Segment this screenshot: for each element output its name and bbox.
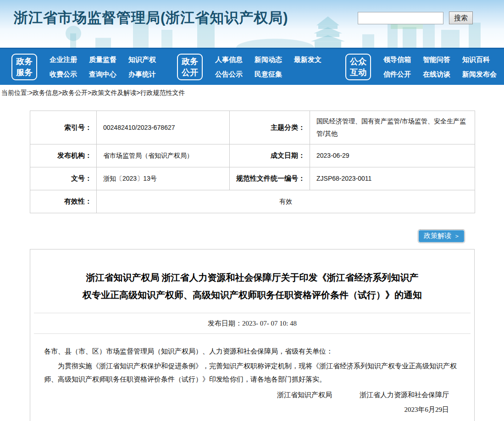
main-nav: 政务 服务 企业注册 质量监督 知识产权 收费公示 查询中心 办事统计 政务 公… (0, 48, 504, 85)
meta-label-topic-category: 主题分类： (230, 111, 310, 144)
meta-value-doc-number: 浙知〔2023〕13号 (97, 167, 230, 190)
nav-badge-line: 公开 (182, 67, 198, 78)
nav-badge-line: 公众 (350, 56, 366, 67)
signature-right: 浙江省人力资源和社会保障厅 (360, 388, 449, 402)
document-box: 浙江省知识产权局 浙江省人力资源和社会保障厅关于印发《浙江省经济系列知识产权专业… (30, 249, 475, 421)
meta-table: 索引号： 002482410/2023-678627 主题分类： 国民经济管理、… (30, 111, 475, 213)
chevron-right-icon: ＞ (454, 233, 460, 239)
meta-value-validity: 有效 (97, 190, 475, 213)
nav-item-renshi-xinxi[interactable]: 人事信息 (215, 55, 243, 64)
nav-item-minyi-zhengji[interactable]: 民意征集 (255, 70, 282, 79)
nav-menu: 企业注册 质量监督 知识产权 收费公示 查询中心 办事统计 (50, 55, 156, 79)
breadcrumb: 当前位置:>政务信息>政务公开>政策文件及解读>行政规范性文件 (0, 85, 504, 101)
publish-date-line: 发布日期：2023- 07- 07 10: 48 (30, 313, 474, 333)
nav-menu: 人事信息 新闻动态 最新发文 公告公示 民意征集 (215, 55, 321, 79)
site-title: 浙江省市场监督管理局(浙江省知识产权局) (14, 8, 288, 28)
page: 浙江省市场监督管理局(浙江省知识产权局) 搜索 政务 服务 企业注册 质量监督 … (0, 0, 504, 421)
meta-label-unified-number: 规范性文件统一编号： (230, 167, 310, 190)
meta-value-index-number: 002482410/2023-678627 (97, 111, 230, 144)
meta-label-doc-number: 文号： (30, 167, 97, 190)
nav-menu: 领导信箱 智能问答 知识百科 信件公开 在线访谈 新闻发布会 (383, 55, 497, 79)
meta-label-issue-date: 成文日期： (230, 144, 310, 167)
document-body: 各市、县（市、区）市场监督管理局（知识产权局）、人力资源和社会保障局，省级有关单… (30, 334, 474, 421)
paragraph-main: 为贯彻实施《浙江省知识产权保护和促进条例》，完善知识产权职称评定机制，现将《浙江… (44, 360, 460, 386)
meta-value-issuing-agency: 省市场监管局（省知识产权局） (97, 144, 230, 167)
table-row: 有效性： 有效 (30, 190, 475, 213)
nav-item-zhiliang-jiandu[interactable]: 质量监督 (89, 55, 116, 64)
nav-group-gongzhong-hudong: 公众 互动 领导信箱 智能问答 知识百科 信件公开 在线访谈 新闻发布会 (345, 54, 497, 80)
site-header: 浙江省市场监督管理局(浙江省知识产权局) 搜索 (0, 0, 504, 48)
nav-item-zhishi-baike[interactable]: 知识百科 (462, 55, 497, 64)
document-title: 浙江省知识产权局 浙江省人力资源和社会保障厅关于印发《浙江省经济系列知识产权专业… (30, 249, 474, 313)
publish-date-value: 2023- 07- 07 10: 48 (242, 320, 297, 327)
paragraph-salutation: 各市、县（市、区）市场监督管理局（知识产权局）、人力资源和社会保障局，省级有关单… (44, 345, 460, 358)
nav-item-xinwen-dongtai[interactable]: 新闻动态 (255, 55, 282, 64)
main-content: 索引号： 002482410/2023-678627 主题分类： 国民经济管理、… (30, 111, 475, 421)
nav-group-zhengwu-gongkai: 政务 公开 人事信息 新闻动态 最新发文 公告公示 民意征集 (177, 54, 321, 80)
publish-date-label: 发布日期： (208, 320, 242, 327)
nav-item-gonggao-gongshi[interactable]: 公告公示 (215, 70, 243, 79)
table-row: 发布机构： 省市场监管局（省知识产权局） 成文日期： 2023-06-29 (30, 144, 475, 167)
meta-value-issue-date: 2023-06-29 (310, 144, 475, 167)
search-button[interactable]: 搜索 (449, 11, 473, 24)
nav-badge-zhengwu-fuwu[interactable]: 政务 服务 (11, 54, 37, 80)
policy-button-label: 政策解读 (424, 232, 451, 239)
nav-item-lingdao-xinxiang[interactable]: 领导信箱 (383, 55, 411, 64)
signature-left: 浙江省知识产权局 (277, 388, 332, 402)
search-input[interactable] (358, 12, 443, 24)
nav-item-xinjian-gongkai[interactable]: 信件公开 (383, 70, 411, 79)
nav-item-zhineng-wenda[interactable]: 智能问答 (423, 55, 450, 64)
nav-badge-line: 政务 (16, 56, 33, 67)
nav-item-shoufei-gongshi[interactable]: 收费公示 (50, 70, 77, 79)
nav-item-banshi-tongji[interactable]: 办事统计 (128, 70, 156, 79)
nav-item-zaixian-fangtan[interactable]: 在线访谈 (423, 70, 450, 79)
nav-badge-gongzhong-hudong[interactable]: 公众 互动 (345, 54, 371, 80)
signature-date: 2023年6月29日 (44, 403, 460, 416)
nav-badge-line: 政务 (182, 56, 198, 67)
nav-item-chaxun-zhongxin[interactable]: 查询中心 (89, 70, 116, 79)
meta-label-index-number: 索引号： (30, 111, 97, 144)
meta-label-validity: 有效性： (30, 190, 97, 213)
meta-value-topic-category: 国民经济管理、国有资产监管/市场监管、安全生产监管/其他 (310, 111, 475, 144)
policy-button-row: 政策解读＞ (30, 230, 475, 242)
meta-value-unified-number: ZJSP68-2023-0011 (310, 167, 475, 190)
nav-item-zhishi-chanquan[interactable]: 知识产权 (128, 55, 156, 64)
nav-badge-line: 互动 (350, 67, 366, 78)
nav-group-zhengwu-fuwu: 政务 服务 企业注册 质量监督 知识产权 收费公示 查询中心 办事统计 (11, 54, 156, 80)
nav-badge-line: 服务 (16, 67, 33, 78)
table-row: 文号： 浙知〔2023〕13号 规范性文件统一编号： ZJSP68-2023-0… (30, 167, 475, 190)
meta-label-issuing-agency: 发布机构： (30, 144, 97, 167)
nav-badge-zhengwu-gongkai[interactable]: 政务 公开 (177, 54, 203, 80)
nav-item-xinwen-fabuhui[interactable]: 新闻发布会 (462, 70, 497, 79)
policy-interpretation-button[interactable]: 政策解读＞ (419, 230, 464, 242)
nav-item-qiye-zhuce[interactable]: 企业注册 (50, 55, 77, 64)
table-row: 索引号： 002482410/2023-678627 主题分类： 国民经济管理、… (30, 111, 475, 144)
search-area: 搜索 (358, 11, 473, 24)
signature-row: 浙江省知识产权局 浙江省人力资源和社会保障厅 (44, 388, 460, 402)
nav-item-zuixin-fawen[interactable]: 最新发文 (294, 55, 321, 64)
